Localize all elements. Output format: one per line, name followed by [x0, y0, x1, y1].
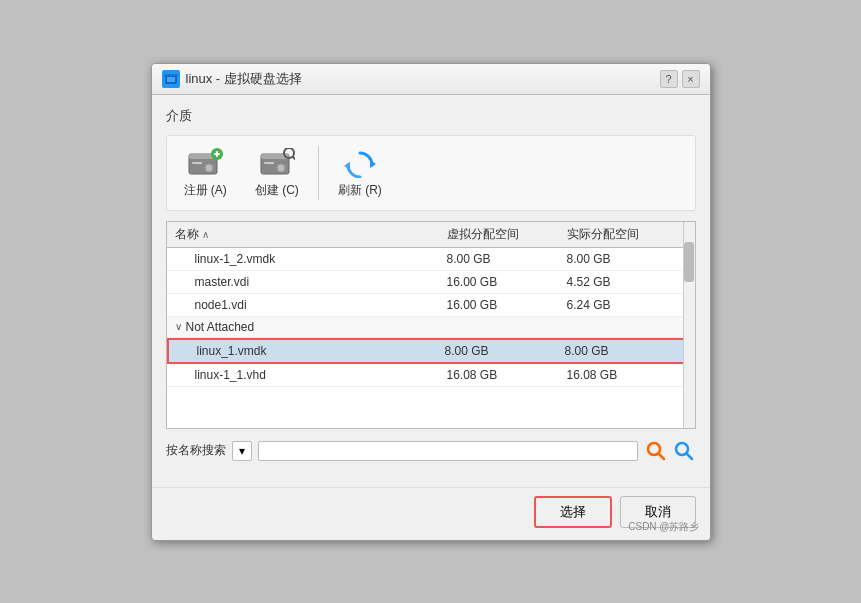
group-chevron: ∨	[175, 321, 182, 332]
svg-rect-1	[167, 77, 175, 82]
register-button[interactable]: 注册 (A)	[173, 142, 238, 204]
list-item[interactable]: master.vdi 16.00 GB 4.52 GB	[167, 271, 695, 294]
cell-actual: 16.08 GB	[567, 367, 687, 383]
svg-point-12	[277, 164, 285, 172]
list-item-selected[interactable]: linux_1.vmdk 8.00 GB 8.00 GB	[167, 338, 695, 364]
dialog: linux - 虚拟硬盘选择 ? × 介质	[151, 63, 711, 541]
create-label: 创建 (C)	[255, 182, 299, 199]
refresh-button[interactable]: 刷新 (R)	[327, 142, 393, 204]
svg-rect-9	[216, 151, 218, 157]
search-clear-button[interactable]	[672, 439, 696, 463]
app-icon	[162, 70, 180, 88]
cell-name: master.vdi	[175, 274, 447, 290]
group-label: Not Attached	[186, 320, 255, 334]
cell-actual: 8.00 GB	[565, 343, 685, 359]
cell-name: linux-1_1.vhd	[175, 367, 447, 383]
cell-name: node1.vdi	[175, 297, 447, 313]
title-bar: linux - 虚拟硬盘选择 ? ×	[152, 64, 710, 95]
search-icons	[644, 439, 696, 463]
cell-virtual: 8.00 GB	[445, 343, 565, 359]
title-bar-buttons: ? ×	[660, 70, 700, 88]
register-label: 注册 (A)	[184, 182, 227, 199]
svg-point-5	[205, 164, 213, 172]
cell-actual: 4.52 GB	[567, 274, 687, 290]
col-name: 名称 ∧	[175, 226, 447, 243]
refresh-label: 刷新 (R)	[338, 182, 382, 199]
search-input[interactable]	[258, 441, 638, 461]
svg-line-15	[293, 157, 295, 159]
cell-name: linux_1.vmdk	[177, 343, 445, 359]
dialog-body: 介质 注册 (A)	[152, 95, 710, 487]
disk-list: 名称 ∧ 虚拟分配空间 实际分配空间 linux-1_2.vmdk 8.00 G…	[166, 221, 696, 429]
section-label: 介质	[166, 107, 696, 125]
select-button[interactable]: 选择	[534, 496, 612, 528]
search-go-button[interactable]	[644, 439, 668, 463]
bottom-bar: 选择 取消 CSDN @苏路乡	[152, 487, 710, 540]
svg-marker-17	[344, 162, 350, 170]
search-dropdown[interactable]: ▾	[232, 441, 252, 461]
toolbar-divider	[318, 146, 319, 200]
scrollbar[interactable]	[683, 222, 695, 428]
help-button[interactable]: ?	[660, 70, 678, 88]
col-actual: 实际分配空间	[567, 226, 687, 243]
cell-virtual: 16.08 GB	[447, 367, 567, 383]
dropdown-arrow: ▾	[239, 444, 245, 458]
list-item[interactable]: linux-1_2.vmdk 8.00 GB 8.00 GB	[167, 248, 695, 271]
group-header[interactable]: ∨ Not Attached	[167, 317, 695, 338]
toolbar: 注册 (A) 创建 (C)	[166, 135, 696, 211]
close-button[interactable]: ×	[682, 70, 700, 88]
cell-virtual: 16.00 GB	[447, 297, 567, 313]
svg-marker-16	[370, 160, 376, 168]
refresh-icon	[342, 147, 378, 179]
register-icon	[187, 147, 223, 179]
watermark: CSDN @苏路乡	[628, 520, 699, 534]
cell-virtual: 8.00 GB	[447, 251, 567, 267]
cell-virtual: 16.00 GB	[447, 274, 567, 290]
cell-name: linux-1_2.vmdk	[175, 251, 447, 267]
cell-actual: 8.00 GB	[567, 251, 687, 267]
scrollbar-thumb[interactable]	[684, 242, 694, 282]
create-icon	[259, 147, 295, 179]
dialog-title: linux - 虚拟硬盘选择	[186, 70, 302, 88]
col-virtual: 虚拟分配空间	[447, 226, 567, 243]
title-bar-left: linux - 虚拟硬盘选择	[162, 70, 302, 88]
cell-actual: 6.24 GB	[567, 297, 687, 313]
create-button[interactable]: 创建 (C)	[244, 142, 310, 204]
search-bar: 按名称搜索 ▾	[166, 439, 696, 463]
svg-rect-2	[164, 74, 178, 76]
svg-rect-6	[192, 162, 202, 164]
svg-rect-13	[264, 162, 274, 164]
list-header: 名称 ∧ 虚拟分配空间 实际分配空间	[167, 222, 695, 248]
list-item[interactable]: node1.vdi 16.00 GB 6.24 GB	[167, 294, 695, 317]
list-body: linux-1_2.vmdk 8.00 GB 8.00 GB master.vd…	[167, 248, 695, 428]
search-label: 按名称搜索	[166, 442, 226, 459]
list-item[interactable]: linux-1_1.vhd 16.08 GB 16.08 GB	[167, 364, 695, 387]
svg-line-19	[658, 453, 664, 459]
svg-line-21	[686, 453, 692, 459]
